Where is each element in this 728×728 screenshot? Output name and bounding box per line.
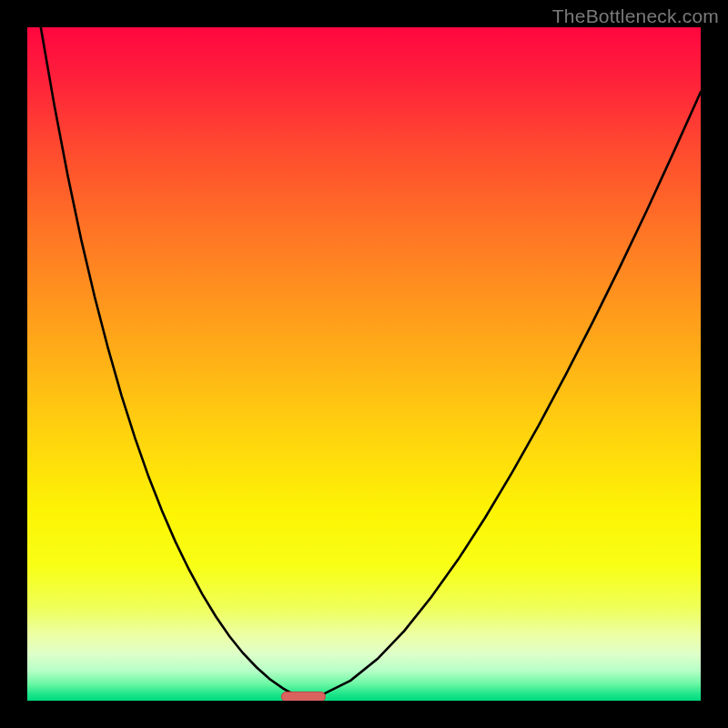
bottleneck-marker bbox=[281, 692, 325, 701]
bottleneck-chart bbox=[27, 27, 701, 701]
plot-area bbox=[27, 27, 701, 701]
chart-frame: TheBottleneck.com bbox=[0, 0, 728, 728]
watermark-text: TheBottleneck.com bbox=[552, 5, 719, 27]
gradient-background bbox=[27, 27, 701, 701]
